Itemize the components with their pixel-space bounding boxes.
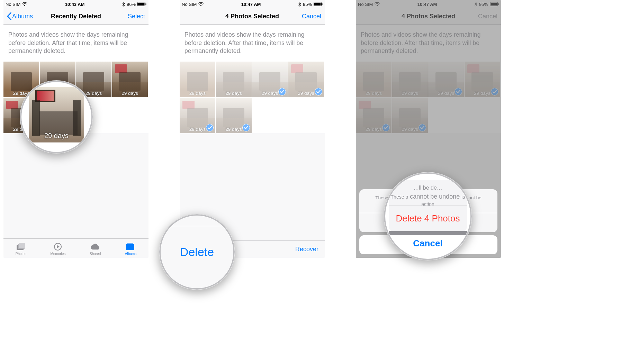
albums-stack-icon [126, 242, 135, 251]
zoom-callout: 29 days [20, 80, 93, 154]
tab-photos[interactable]: Photos [16, 242, 26, 256]
checkmark-icon [278, 88, 286, 95]
zoom-msg-center: cannot be undone [410, 193, 460, 200]
nav-title: 4 Photos Selected [225, 13, 279, 20]
zoom-msg-fragment: …ll be de… [413, 185, 442, 191]
photo-thumbnail[interactable]: 29 days [112, 62, 148, 97]
days-remaining-label: 29 days [112, 91, 148, 96]
checkmark-icon [315, 88, 322, 95]
battery-icon [137, 2, 146, 6]
tab-label: Photos [16, 252, 26, 256]
photo-thumbnail[interactable]: 29 days [180, 98, 215, 133]
sim-status: No SIM [182, 2, 197, 7]
wifi-icon [198, 2, 204, 6]
tab-memories[interactable]: Memories [51, 242, 66, 256]
tab-label: Memories [51, 252, 66, 256]
select-button[interactable]: Select [128, 13, 145, 20]
svg-rect-5 [19, 243, 25, 248]
bluetooth-icon [298, 2, 301, 7]
photo-thumbnail[interactable]: 29 days [216, 62, 252, 97]
nav-bar: 4 Photos Selected Cancel [180, 8, 325, 25]
nav-bar: Albums Recently Deleted Select [3, 8, 148, 25]
tab-shared[interactable]: Shared [90, 242, 101, 256]
zoom-delete-action: Delete 4 Photos [389, 213, 467, 224]
svg-rect-1 [138, 3, 145, 6]
status-time: 10:43 AM [65, 2, 85, 7]
bluetooth-icon [122, 2, 125, 7]
days-remaining-label: 29 days [180, 91, 215, 96]
memories-icon [53, 242, 62, 251]
nav-title: Recently Deleted [51, 13, 101, 20]
status-bar: No SIM 10:43 AM 96% [3, 0, 148, 8]
status-time: 10:47 AM [241, 2, 261, 7]
days-remaining-label: 29 days [216, 91, 252, 96]
zoom-days-label: 29 days [29, 132, 84, 140]
svg-rect-8 [127, 243, 133, 244]
svg-rect-7 [126, 244, 134, 250]
photo-thumbnail[interactable]: 29 days [288, 62, 324, 97]
zoom-msg-left: These p [391, 194, 408, 200]
description-text: Photos and videos show the days remainin… [3, 25, 148, 62]
photo-thumbnail[interactable]: 29 days [216, 98, 252, 133]
recover-button[interactable]: Recover [295, 246, 318, 253]
wifi-icon [22, 2, 27, 6]
photo-thumbnail[interactable]: 29 days [180, 62, 215, 97]
battery-icon [314, 2, 323, 6]
zoom-cancel-action: Cancel [413, 238, 442, 249]
battery-percent: 95% [303, 2, 312, 7]
svg-rect-10 [314, 3, 321, 6]
svg-rect-11 [322, 3, 322, 5]
cloud-icon [91, 242, 100, 251]
tab-label: Albums [125, 252, 136, 256]
photos-stack-icon [16, 242, 25, 251]
photo-grid: 29 days 29 days 29 days 29 days 29 days … [180, 62, 325, 134]
back-button[interactable]: Albums [7, 12, 33, 20]
tab-label: Shared [90, 252, 101, 256]
zoom-callout: Delete [159, 214, 235, 290]
battery-percent: 96% [127, 2, 136, 7]
cancel-button[interactable]: Cancel [302, 13, 321, 20]
tab-albums[interactable]: Albums [125, 242, 136, 256]
chevron-back-icon [7, 12, 11, 20]
status-bar: No SIM 10:47 AM 95% [180, 0, 325, 8]
checkmark-icon [242, 124, 250, 131]
zoom-callout: …ll be de… These p cannot be undone is a… [384, 172, 472, 261]
zoom-delete-label: Delete [180, 245, 214, 259]
description-text: Photos and videos show the days remainin… [180, 25, 325, 62]
sim-status: No SIM [6, 2, 20, 7]
screen-recently-deleted: No SIM 10:43 AM 96% Albums Recentl [3, 0, 148, 258]
svg-rect-2 [145, 3, 146, 5]
back-label: Albums [12, 13, 33, 20]
photo-thumbnail[interactable]: 29 days [252, 62, 288, 97]
tab-bar: Photos Memories Shared Albums [3, 238, 148, 258]
